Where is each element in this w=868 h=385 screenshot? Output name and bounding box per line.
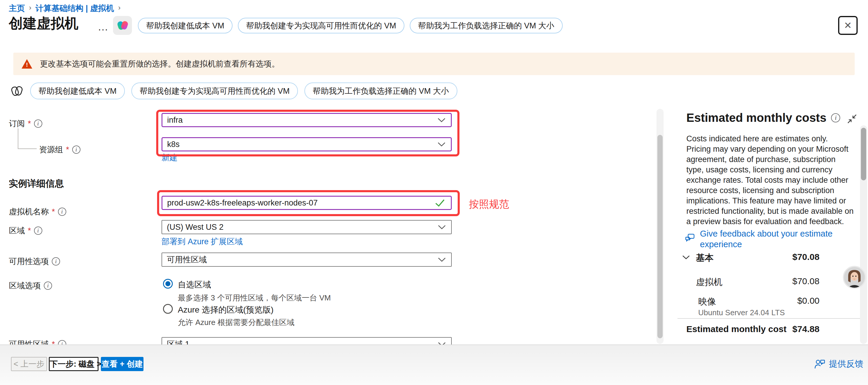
instance-details-heading: 实例详细信息 [9,178,64,190]
suggestion-high-availability-button[interactable]: 帮助我创建专为实现高可用性而优化的 VM [238,18,404,33]
copilot-outline-icon [10,84,24,98]
subscription-dropdown[interactable]: infra [161,113,452,127]
required-asterisk: * [52,207,55,217]
chevron-right-icon: › [118,4,121,12]
breadcrumb-link-home[interactable]: 主页 [9,3,25,13]
chevron-down-icon [438,142,445,147]
main-scrollbar-thumb[interactable] [657,135,663,338]
total-cost-value: $74.88 [754,324,819,334]
radio-self-selected-zones-desc: 最多选择 3 个可用性区域，每个区域一台 VM [178,293,331,303]
create-vm-page: 主页 › 计算基础结构 | 虚拟机 › 创建虚拟机 … 帮助我创建低 [0,0,868,385]
region-value: (US) West US 2 [167,223,224,232]
radio-azure-selected-zones-desc: 允许 Azure 根据需要分配最佳区域 [178,317,294,328]
region-label: 区域 * i [9,225,42,236]
chevron-down-icon[interactable] [682,255,690,260]
required-asterisk: * [28,119,31,128]
cost-group-name: 基本 [696,252,714,264]
zone-options-label: 区域选项 i [9,280,52,291]
suggestion-low-cost-vm-button[interactable]: 帮助我创建低成本 VM [138,18,232,33]
info-icon[interactable]: i [831,113,840,122]
info-icon[interactable]: i [72,146,81,154]
copilot-suggestions-top: 帮助我创建低成本 VM 帮助我创建专为实现高可用性而优化的 VM 帮助我为工作负… [138,18,563,33]
create-new-resource-group-link[interactable]: 新建 [161,152,178,163]
info-icon[interactable]: i [52,257,60,265]
chevron-down-icon [438,118,445,123]
vm-name-label: 虚拟机名称 * i [9,206,66,217]
subscription-value: infra [167,116,183,125]
cost-item-value: $0.00 [754,296,819,306]
more-options-button[interactable]: … [98,21,109,33]
next-step-disks-button[interactable]: 下一步: 磁盘 > [49,357,98,371]
cost-item-name: 虚拟机 [696,276,722,288]
subscription-label: 订阅 * i [9,118,42,129]
chevron-right-icon: › [29,4,31,12]
chevron-down-icon [438,225,446,230]
page-title: 创建虚拟机 [9,14,79,33]
info-icon[interactable]: i [44,282,52,290]
cost-panel-description: Costs indicated here are estimates only.… [686,134,855,227]
suggestion-right-size-button[interactable]: 帮助我为工作负载选择正确的 VM 大小 [410,18,563,33]
feedback-bubbles-icon [684,232,696,250]
divider [678,318,867,319]
feedback-link[interactable]: 提供反馈 [814,358,863,370]
info-icon[interactable]: i [34,120,42,128]
resource-group-label: 资源组 * i [39,144,81,155]
availability-options-dropdown[interactable]: 可用性区域 [161,253,452,267]
copilot-icon [116,19,129,32]
copilot-suggestions-row: 帮助我创建低成本 VM 帮助我创建专为实现高可用性而优化的 VM 帮助我为工作负… [10,83,457,99]
radio-azure-selected-zones[interactable] [163,304,173,314]
region-dropdown[interactable]: (US) West US 2 [161,220,452,234]
warning-banner: ! 更改基本选项可能会重置所做的选择。创建虚拟机前查看所有选项。 [13,53,855,75]
radio-self-selected-zones[interactable] [163,279,173,289]
required-asterisk: * [66,145,69,154]
suggestion-high-availability-button[interactable]: 帮助我创建专为实现高可用性而优化的 VM [131,83,298,99]
cost-panel-title: Estimated monthly costs i [686,111,840,125]
vm-name-value: prod-usw2-k8s-freeleaps-worker-nodes-07 [167,198,318,207]
info-icon[interactable]: i [58,207,66,216]
chevron-down-icon [438,257,446,262]
breadcrumb: 主页 › 计算基础结构 | 虚拟机 › [9,3,121,13]
extended-zone-link[interactable]: 部署到 Azure 扩展区域 [161,236,243,247]
suggestion-low-cost-vm-button[interactable]: 帮助我创建低成本 VM [30,83,125,99]
warning-text: 更改基本选项可能会重置所做的选择。创建虚拟机前查看所有选项。 [40,59,280,69]
radio-self-selected-zones-label[interactable]: 自选区域 [178,279,211,290]
footer-bar: < 上一步 下一步: 磁盘 > 查看 + 创建 提供反馈 [0,345,868,385]
close-button[interactable]: ✕ [838,16,858,35]
valid-check-icon [435,199,445,207]
availability-options-label: 可用性选项 i [9,256,60,267]
required-asterisk: * [28,226,31,235]
tree-connector [18,128,37,149]
assistant-avatar[interactable] [843,266,866,289]
previous-step-button[interactable]: < 上一步 [11,357,47,371]
cost-item-name: 映像 [698,296,716,308]
collapse-panel-icon[interactable] [846,113,858,126]
radio-azure-selected-zones-label[interactable]: Azure 选择的区域(预览版) [178,304,274,316]
warning-icon: ! [22,59,32,69]
close-icon: ✕ [844,21,852,30]
resource-group-value: k8s [167,140,180,149]
review-create-button[interactable]: 查看 + 创建 [101,357,144,371]
breadcrumb-link-virtual-machines[interactable]: 计算基础结构 | 虚拟机 [35,3,114,13]
copilot-button[interactable] [113,16,132,35]
cost-item-value: $70.08 [754,276,819,286]
info-icon[interactable]: i [34,226,42,235]
resource-group-dropdown[interactable]: k8s [161,137,452,151]
cost-group-value: $70.08 [754,252,819,262]
availability-options-value: 可用性区域 [167,254,207,265]
annotation-note: 按照规范 [469,197,509,211]
estimate-feedback-link[interactable]: Give feedback about your estimate experi… [684,228,844,250]
vm-name-input[interactable]: prod-usw2-k8s-freeleaps-worker-nodes-07 [161,196,452,210]
panel-scrollbar-thumb[interactable] [861,128,866,181]
feedback-person-icon [814,359,826,369]
suggestion-right-size-button[interactable]: 帮助我为工作负载选择正确的 VM 大小 [304,83,457,99]
cost-item-subtext: Ubuntu Server 24.04 LTS [698,308,785,317]
